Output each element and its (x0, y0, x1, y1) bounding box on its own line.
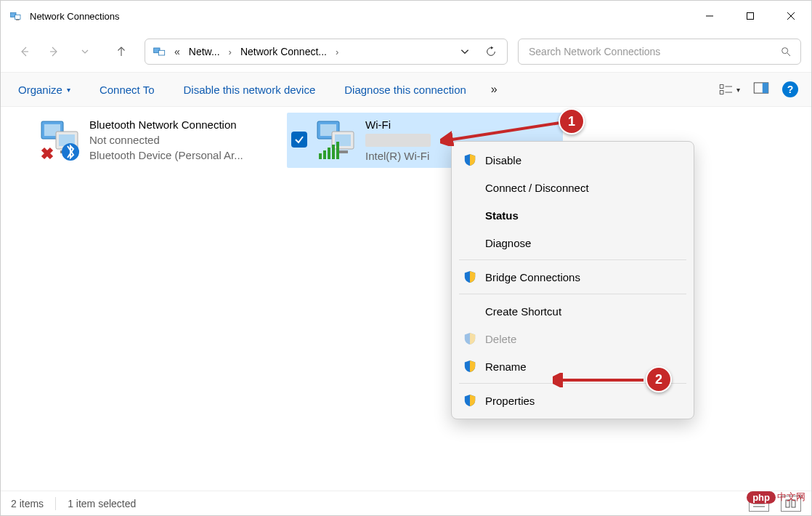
search-icon[interactable] (780, 46, 792, 57)
view-options-button[interactable]: ▾ (719, 84, 740, 95)
address-bar[interactable]: « Netw... › Network Connect... › (145, 39, 508, 65)
bluetooth-adapter-icon (37, 117, 84, 164)
svg-rect-19 (763, 83, 768, 93)
breadcrumb-crumb-2[interactable]: Network Connect... (236, 43, 331, 60)
menu-item-shortcut[interactable]: Create Shortcut (452, 297, 694, 325)
up-button[interactable] (108, 39, 134, 65)
organize-label: Organize (18, 84, 62, 96)
connection-item-bluetooth[interactable]: Bluetooth Network Connection Not connect… (11, 113, 287, 168)
annotation-marker-2: 2 (646, 366, 672, 392)
status-separator (55, 497, 56, 510)
titlebar: Network Connections (1, 1, 811, 31)
annotation-marker-1: 1 (559, 108, 585, 134)
address-dropdown-button[interactable] (453, 40, 476, 63)
chevron-right-icon[interactable]: › (334, 47, 340, 57)
svg-rect-4 (747, 13, 754, 20)
menu-item-bridge[interactable]: Bridge Connections (452, 263, 694, 291)
network-connections-icon (9, 9, 23, 23)
chevron-right-icon[interactable]: › (227, 47, 233, 57)
search-input[interactable] (527, 45, 780, 58)
connection-device: Bluetooth Device (Personal Ar... (89, 149, 283, 161)
connection-title: Bluetooth Network Connection (89, 118, 283, 131)
chevron-down-icon: ▾ (67, 86, 70, 94)
overflow-chevron-icon[interactable]: » (491, 83, 498, 96)
menu-label: Connect / Disconnect (485, 182, 589, 194)
watermark-text: 中文网 (777, 491, 805, 504)
svg-line-13 (787, 53, 790, 56)
menu-separator (459, 294, 686, 294)
connection-status: Not connected (89, 134, 283, 146)
menu-label: Status (485, 209, 519, 222)
navigation-bar: « Netw... › Network Connect... › (1, 31, 811, 72)
menu-label: Create Shortcut (485, 305, 561, 318)
close-button[interactable] (771, 1, 811, 31)
maximize-button[interactable] (730, 1, 771, 31)
svg-rect-34 (332, 145, 335, 159)
annotation-arrow-1 (440, 117, 564, 146)
watermark-brand: php (747, 491, 776, 504)
shield-icon (463, 153, 476, 166)
location-icon (153, 44, 167, 59)
menu-label: Properties (485, 395, 535, 407)
refresh-button[interactable] (479, 40, 503, 63)
menu-label: Rename (485, 360, 527, 373)
menu-label: Diagnose (485, 237, 531, 249)
selection-check-icon[interactable] (291, 132, 307, 148)
svg-rect-31 (319, 153, 322, 159)
svg-rect-2 (16, 20, 20, 21)
shield-icon (463, 394, 476, 407)
status-selected-count: 1 item selected (68, 498, 136, 509)
breadcrumb-prefix: « (173, 46, 182, 57)
svg-rect-1 (15, 15, 21, 20)
minimize-button[interactable] (689, 1, 730, 31)
svg-point-12 (782, 48, 788, 54)
status-bar: 2 items 1 item selected (1, 491, 811, 515)
menu-item-delete: Delete (452, 325, 694, 352)
svg-rect-32 (323, 150, 326, 159)
svg-rect-33 (328, 148, 330, 159)
menu-item-status[interactable]: Status (452, 201, 694, 229)
menu-label: Disable (485, 154, 521, 166)
menu-item-diagnose[interactable]: Diagnose (452, 229, 694, 257)
svg-rect-14 (720, 85, 723, 89)
connect-to-button[interactable]: Connect To (95, 81, 159, 99)
shield-icon (463, 270, 476, 283)
shield-icon (463, 332, 476, 345)
menu-separator (459, 259, 686, 260)
command-bar: Organize ▾ Connect To Disable this netwo… (1, 72, 811, 107)
svg-rect-11 (158, 50, 164, 55)
status-item-count: 2 items (11, 498, 44, 509)
menu-item-disable[interactable]: Disable (452, 146, 694, 174)
shield-icon (463, 360, 476, 373)
menu-label: Bridge Connections (485, 271, 580, 283)
svg-rect-15 (720, 91, 723, 94)
diagnose-label: Diagnose this connection (344, 84, 466, 96)
menu-label: Delete (485, 333, 516, 345)
disable-device-button[interactable]: Disable this network device (179, 81, 320, 99)
svg-rect-35 (336, 142, 339, 159)
help-button[interactable]: ? (782, 81, 798, 97)
window-title: Network Connections (30, 11, 689, 22)
wifi-adapter-icon (313, 117, 360, 164)
connection-status-redacted (365, 134, 431, 147)
svg-line-36 (447, 123, 560, 140)
back-button[interactable] (11, 39, 37, 65)
annotation-arrow-2 (553, 373, 647, 387)
watermark: php 中文网 (747, 491, 805, 504)
search-box[interactable] (518, 39, 801, 65)
diagnose-connection-button[interactable]: Diagnose this connection (340, 81, 471, 99)
menu-item-connect[interactable]: Connect / Disconnect (452, 174, 694, 201)
chevron-down-icon: ▾ (736, 86, 740, 94)
forward-button[interactable] (41, 39, 68, 65)
organize-menu[interactable]: Organize ▾ (14, 81, 75, 99)
recent-locations-button[interactable] (72, 39, 98, 65)
breadcrumb-crumb-1[interactable]: Netw... (184, 43, 224, 60)
preview-pane-button[interactable] (753, 82, 769, 97)
window-controls (689, 1, 811, 31)
